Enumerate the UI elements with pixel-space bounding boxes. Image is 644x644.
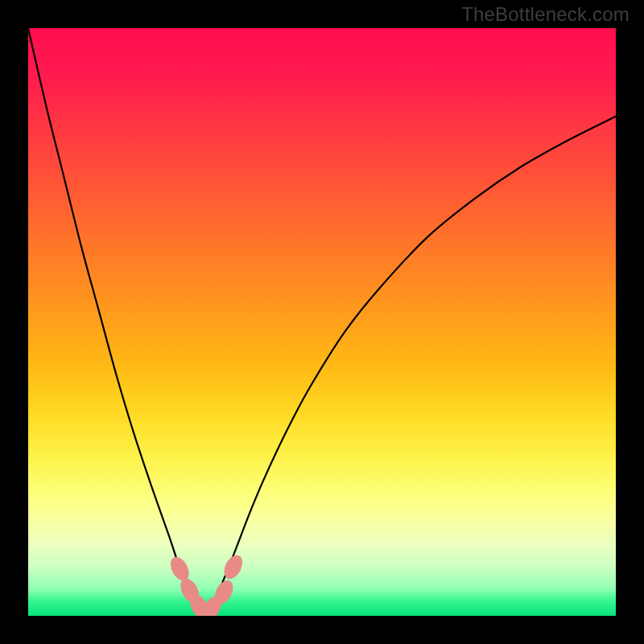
curve-svg xyxy=(28,28,616,616)
valley-markers xyxy=(167,552,246,616)
bottleneck-curve xyxy=(28,28,616,616)
plot-area xyxy=(28,28,616,616)
chart-frame: TheBottleneck.com xyxy=(0,0,644,644)
watermark-text: TheBottleneck.com xyxy=(461,3,630,26)
